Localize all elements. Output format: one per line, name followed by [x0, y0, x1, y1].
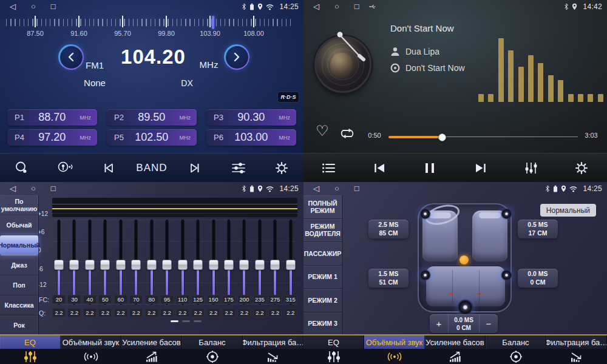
nav-home-icon[interactable]: ○: [334, 182, 339, 195]
next-button[interactable]: [464, 163, 498, 174]
slider-knob[interactable]: [270, 260, 280, 270]
nav-back-icon[interactable]: ◁: [10, 0, 16, 13]
slider-knob[interactable]: [131, 260, 141, 270]
eq-band-slider[interactable]: [83, 220, 97, 305]
slider-knob[interactable]: [116, 260, 126, 270]
listening-mode-item[interactable]: ПОЛНЫЙ РЕЖИМ: [304, 195, 342, 219]
eq-band-slider[interactable]: [98, 220, 112, 305]
eq-preset-item[interactable]: Обычай: [0, 215, 38, 235]
listening-position-dot[interactable]: [459, 255, 469, 265]
favorite-button[interactable]: ♡: [316, 124, 329, 138]
listening-mode-item[interactable]: РЕЖИМ 3: [304, 312, 342, 336]
tab-bass-boost[interactable]: Усиление басов: [425, 335, 486, 364]
nav-recents-icon[interactable]: □: [354, 0, 359, 13]
eq-preset-item[interactable]: По умолчанию: [0, 195, 38, 215]
nav-recents-icon[interactable]: □: [51, 0, 56, 13]
subwoofer-icon[interactable]: [458, 300, 473, 315]
nav-back-icon[interactable]: ◁: [313, 182, 319, 195]
eq-band-slider[interactable]: [253, 220, 266, 305]
increase-delay-button[interactable]: +: [430, 314, 448, 333]
slider-knob[interactable]: [209, 260, 219, 270]
eq-band-slider[interactable]: [284, 220, 297, 305]
nav-recents-icon[interactable]: □: [354, 182, 359, 195]
tune-up-button[interactable]: [224, 44, 249, 70]
eq-band-slider[interactable]: [160, 220, 174, 305]
nav-recents-icon[interactable]: □: [51, 182, 56, 195]
equalizer-button[interactable]: [514, 161, 548, 175]
radio-preset-button[interactable]: P6 103.00 MHz: [206, 129, 296, 146]
previous-button[interactable]: [362, 163, 396, 174]
front-right-delay-button[interactable]: 0.5 MS 17 CM: [518, 220, 558, 238]
tab-surround-sound[interactable]: Объёмный звук: [364, 335, 425, 364]
repeat-button[interactable]: [339, 127, 356, 142]
seek-up-button[interactable]: [178, 162, 212, 174]
preset-scan-button[interactable]: [48, 161, 82, 175]
eq-band-slider[interactable]: [191, 220, 205, 305]
eq-preset-item[interactable]: Джаз: [0, 255, 38, 275]
front-left-speaker-icon[interactable]: [420, 209, 430, 219]
eq-band-slider[interactable]: [268, 220, 282, 305]
audio-settings-button[interactable]: [222, 161, 256, 175]
slider-knob[interactable]: [69, 260, 79, 270]
slider-knob[interactable]: [239, 260, 249, 270]
eq-band-slider[interactable]: [114, 220, 127, 305]
rear-left-speaker-icon[interactable]: [420, 270, 430, 280]
listening-mode-item[interactable]: РЕЖИМ 2: [304, 289, 342, 312]
decrease-delay-button[interactable]: −: [480, 314, 498, 333]
front-right-speaker-icon[interactable]: [501, 209, 512, 219]
slider-knob[interactable]: [224, 260, 234, 270]
tab-eq[interactable]: EQ: [304, 335, 364, 364]
eq-band-slider[interactable]: [145, 220, 158, 305]
slider-knob[interactable]: [85, 260, 95, 270]
nav-home-icon[interactable]: ○: [31, 0, 36, 13]
eq-band-slider[interactable]: [222, 220, 236, 305]
tab-balance[interactable]: Баланс: [486, 335, 546, 364]
radio-preset-button[interactable]: P2 89.50 MHz: [107, 109, 197, 126]
tab-filter[interactable]: Фильтрация ба…: [243, 335, 304, 364]
frequency-scale[interactable]: 87.50 91.60 95.70 99.80: [13, 16, 276, 41]
eq-preset-item[interactable]: Классика: [0, 295, 38, 315]
nav-home-icon[interactable]: ○: [31, 182, 36, 195]
listening-mode-item[interactable]: РЕЖИМ 1: [304, 266, 342, 289]
band-button[interactable]: BAND: [135, 162, 169, 174]
seek-down-button[interactable]: [92, 162, 126, 174]
eq-band-slider[interactable]: [67, 220, 81, 305]
slider-knob[interactable]: [162, 260, 172, 270]
surround-preset-badge[interactable]: Нормальный: [540, 204, 596, 217]
eq-preset-item[interactable]: Поп: [0, 275, 38, 295]
slider-knob[interactable]: [193, 260, 203, 270]
nav-home-icon[interactable]: ○: [334, 0, 339, 13]
settings-button[interactable]: [565, 161, 599, 175]
settings-button[interactable]: [265, 161, 299, 175]
tab-filter[interactable]: Фильтрация ба…: [546, 335, 607, 364]
slider-knob[interactable]: [147, 260, 157, 270]
rear-right-delay-button[interactable]: 0.0 MS 0 CM: [518, 269, 558, 288]
search-stations-button[interactable]: [5, 161, 39, 175]
tab-bass-boost[interactable]: Усиление басов: [121, 335, 182, 364]
rear-right-speaker-icon[interactable]: [501, 270, 512, 280]
eq-band-slider[interactable]: [237, 220, 251, 305]
playlist-button[interactable]: [312, 163, 346, 174]
nav-back-icon[interactable]: ◁: [10, 182, 16, 195]
radio-preset-button[interactable]: P4 97.20 MHz: [7, 129, 97, 146]
eq-band-slider[interactable]: [176, 220, 189, 305]
eq-band-slider[interactable]: [129, 220, 143, 305]
slider-knob[interactable]: [255, 260, 265, 270]
tab-surround-sound[interactable]: Объёмный звук: [61, 335, 121, 364]
tab-eq[interactable]: EQ: [0, 335, 61, 364]
front-left-delay-button[interactable]: 2.5 MS 85 CM: [368, 220, 409, 238]
eq-band-slider[interactable]: [207, 220, 220, 305]
rear-left-delay-button[interactable]: 1.5 MS 51 CM: [368, 269, 409, 288]
progress-bar[interactable]: [388, 135, 578, 138]
progress-knob[interactable]: [438, 133, 446, 141]
tab-balance[interactable]: Баланс: [182, 335, 243, 364]
slider-knob[interactable]: [178, 260, 188, 270]
pause-button[interactable]: [413, 163, 447, 173]
listening-mode-item[interactable]: ПАССАЖИР: [304, 242, 342, 266]
nav-back-icon[interactable]: ◁: [313, 0, 319, 13]
slider-knob[interactable]: [54, 260, 64, 270]
slider-knob[interactable]: [100, 260, 110, 270]
radio-preset-button[interactable]: P1 88.70 MHz: [7, 109, 97, 126]
eq-band-slider[interactable]: [52, 220, 66, 305]
eq-preset-item[interactable]: Рок: [0, 315, 38, 335]
